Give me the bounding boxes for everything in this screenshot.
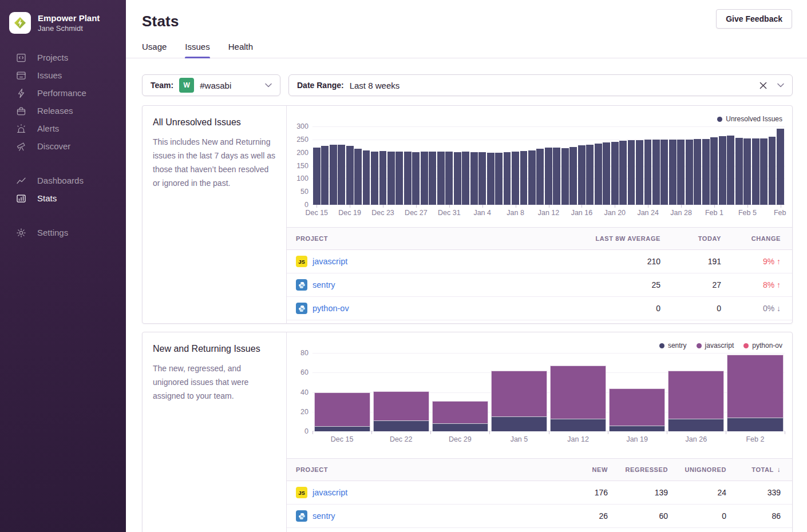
unresolved-issues-bar[interactable] — [652, 140, 660, 205]
unresolved-issues-bar[interactable] — [478, 152, 486, 205]
legend-item-python-ov[interactable]: python-ov — [743, 342, 782, 350]
stacked-bar-jan-19[interactable] — [609, 388, 665, 431]
unresolved-issues-bar[interactable] — [777, 129, 784, 205]
javascript-segment[interactable] — [727, 355, 783, 418]
sentry-segment[interactable] — [550, 419, 606, 431]
stacked-bar-jan-5[interactable] — [491, 371, 547, 431]
unresolved-issues-bar[interactable] — [487, 153, 495, 205]
chevron-down-icon[interactable] — [265, 83, 272, 88]
project-link-sentry[interactable]: sentry — [312, 280, 335, 289]
sidebar-item-projects[interactable]: Projects — [9, 49, 117, 66]
sentry-segment[interactable] — [609, 426, 665, 431]
unresolved-issues-bar[interactable] — [354, 149, 362, 205]
clear-date-range-icon[interactable] — [759, 82, 767, 89]
unresolved-issues-bar[interactable] — [636, 140, 643, 205]
sidebar-item-settings[interactable]: Settings — [9, 224, 117, 241]
sentry-segment[interactable] — [314, 426, 370, 431]
unresolved-issues-bar[interactable] — [686, 140, 693, 205]
javascript-segment[interactable] — [373, 391, 429, 420]
sentry-segment[interactable] — [727, 418, 783, 431]
chevron-down-icon[interactable] — [777, 83, 784, 88]
unresolved-issues-bar[interactable] — [346, 146, 354, 205]
project-link-sentry[interactable]: sentry — [312, 511, 335, 521]
date-range-selector[interactable]: Date Range: Last 8 weeks — [288, 74, 793, 96]
sentry-segment[interactable] — [373, 420, 429, 431]
unresolved-issues-bar[interactable] — [536, 149, 544, 205]
stacked-bar-dec-15[interactable] — [314, 392, 370, 432]
stacked-bar-jan-12[interactable] — [550, 366, 606, 431]
unresolved-issues-bar[interactable] — [660, 140, 668, 205]
unresolved-issues-bar[interactable] — [760, 138, 768, 205]
unresolved-issues-bar[interactable] — [569, 147, 577, 205]
unresolved-issues-bar[interactable] — [743, 138, 751, 205]
unresolved-issues-bar[interactable] — [338, 145, 345, 205]
legend-item-javascript[interactable]: javascript — [697, 342, 734, 350]
unresolved-issues-bar[interactable] — [363, 150, 370, 205]
unresolved-issues-bar[interactable] — [735, 138, 743, 205]
project-link-javascript[interactable]: javascript — [312, 488, 347, 497]
sidebar-item-dashboards[interactable]: Dashboards — [9, 172, 117, 189]
stacked-bar-dec-29[interactable] — [432, 401, 488, 431]
sentry-segment[interactable] — [491, 416, 547, 431]
unresolved-issues-bar[interactable] — [495, 153, 503, 205]
javascript-segment[interactable] — [668, 371, 724, 419]
unresolved-issues-bar[interactable] — [421, 152, 428, 205]
column-header-project[interactable]: Project — [287, 466, 539, 473]
unresolved-issues-bar[interactable] — [677, 140, 685, 205]
unresolved-issues-bar[interactable] — [412, 152, 420, 205]
sidebar-item-issues[interactable]: Issues — [9, 66, 117, 84]
unresolved-issues-bar[interactable] — [395, 152, 403, 205]
javascript-segment[interactable] — [314, 392, 370, 427]
tab-usage[interactable]: Usage — [142, 42, 167, 58]
unresolved-issues-bar[interactable] — [628, 140, 635, 205]
sidebar-item-stats[interactable]: Stats — [9, 189, 117, 207]
unresolved-issues-bar[interactable] — [321, 146, 329, 205]
tab-issues[interactable]: Issues — [185, 42, 209, 58]
legend-item-sentry[interactable]: sentry — [659, 342, 687, 350]
unresolved-issues-bar[interactable] — [330, 145, 337, 205]
org-switcher[interactable]: Empower Plant Jane Schmidt — [0, 0, 126, 45]
unresolved-issues-bar[interactable] — [545, 148, 552, 205]
unresolved-issues-bar[interactable] — [727, 136, 734, 205]
legend-item-unresolved-issues[interactable]: Unresolved Issues — [717, 115, 782, 123]
sidebar-item-discover[interactable]: Discover — [9, 137, 117, 155]
unresolved-issues-bar[interactable] — [752, 138, 759, 205]
unresolved-issues-bar[interactable] — [379, 151, 387, 205]
unresolved-issues-bar[interactable] — [561, 148, 569, 205]
javascript-segment[interactable] — [491, 371, 547, 416]
unresolved-issues-bar[interactable] — [553, 148, 560, 205]
unresolved-issues-bar[interactable] — [462, 152, 469, 205]
column-header-regressed[interactable]: Regressed — [608, 466, 668, 473]
column-header-change[interactable]: Change — [721, 235, 792, 242]
sentry-segment[interactable] — [668, 419, 724, 431]
unresolved-issues-bar[interactable] — [611, 142, 619, 205]
unresolved-issues-bar[interactable] — [437, 152, 445, 205]
unresolved-issues-bar[interactable] — [669, 140, 677, 205]
unresolved-issues-bar[interactable] — [710, 137, 718, 205]
column-header-total[interactable]: Total ↓ — [726, 466, 792, 474]
unresolved-issues-bar[interactable] — [445, 152, 453, 205]
stacked-bar-dec-22[interactable] — [373, 391, 429, 431]
unresolved-issues-bar[interactable] — [769, 137, 776, 205]
sidebar-item-releases[interactable]: Releases — [9, 102, 117, 120]
column-header-project[interactable]: Project — [287, 235, 540, 242]
javascript-segment[interactable] — [550, 366, 606, 418]
column-header-today[interactable]: Today — [660, 235, 721, 242]
unresolved-issues-bar[interactable] — [528, 150, 536, 205]
unresolved-issues-bar[interactable] — [454, 152, 461, 205]
stacked-bar-jan-26[interactable] — [668, 371, 724, 431]
unresolved-issues-bar[interactable] — [586, 145, 594, 205]
unresolved-issues-bar[interactable] — [619, 141, 627, 205]
unresolved-issues-bar[interactable] — [404, 152, 412, 205]
unresolved-issues-bar[interactable] — [603, 142, 610, 205]
unresolved-issues-bar[interactable] — [387, 152, 395, 205]
give-feedback-button[interactable]: Give Feedback — [716, 9, 792, 29]
unresolved-issues-bar[interactable] — [429, 152, 436, 205]
unresolved-issues-bar[interactable] — [313, 148, 321, 205]
project-link-javascript[interactable]: javascript — [312, 257, 347, 266]
column-header-last-8w-average[interactable]: Last 8w Average — [540, 235, 660, 242]
unresolved-issues-bar[interactable] — [504, 152, 511, 205]
javascript-segment[interactable] — [609, 388, 665, 426]
unresolved-issues-bar[interactable] — [719, 136, 726, 205]
unresolved-issues-bar[interactable] — [595, 144, 602, 205]
